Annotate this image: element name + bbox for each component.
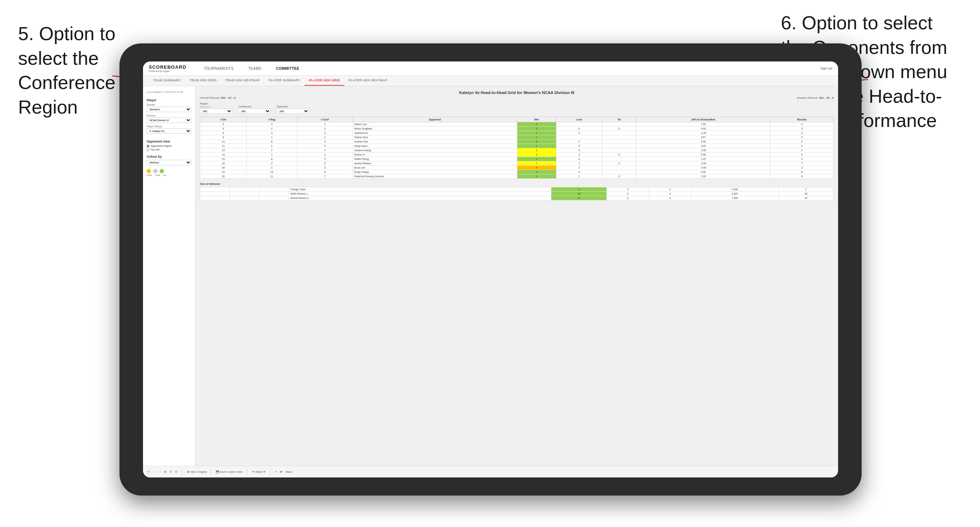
table-row: 10 6 3 Andrea York 2 0 4.00 4: [200, 140, 834, 144]
cell-win: 2: [517, 175, 557, 179]
sidebar-player-title: Player: [146, 98, 191, 102]
ood-cell-conf: [259, 196, 289, 200]
cell-tie: [602, 157, 636, 161]
opponent-view-title: Opponent view: [146, 140, 191, 143]
cell-tie: [602, 131, 636, 135]
ood-cell-div: [200, 196, 230, 200]
toolbar-share[interactable]: Share: [285, 470, 293, 473]
sub-nav-player-h2h-heatmap[interactable]: PLAYER H2H HEATMAP: [344, 76, 391, 86]
toolbar-refresh[interactable]: ↺: [169, 470, 172, 473]
cell-loss: 0: [557, 157, 602, 161]
cell-diff: 1.50: [636, 122, 770, 127]
cell-div: 16: [200, 161, 247, 166]
toolbar-undo[interactable]: ↩: [147, 470, 150, 473]
radio-opponents-played[interactable]: Opponents Played: [146, 145, 191, 148]
grid-title: Katelyn Vo Head-to-Head Grid for Women's…: [200, 90, 834, 95]
cell-reg: 8: [247, 157, 297, 161]
cell-rounds: 11: [770, 170, 834, 175]
player-rank-select[interactable]: 8. Katelyn Vo: [146, 129, 191, 134]
cell-diff: 0.30: [636, 170, 770, 175]
radio-dot-opponents-played: [146, 145, 150, 148]
ood-cell-opponent: NAIA Division 1: [288, 192, 551, 196]
cell-opponent: Federica Domecq Lacroze: [353, 175, 517, 179]
colour-by-select[interactable]: Win/loss: [146, 160, 191, 165]
sign-out-link[interactable]: Sign out: [820, 67, 832, 70]
ood-cell-reg: [229, 196, 259, 200]
sub-nav-team-h2h-heatmap[interactable]: TEAM H2H HEATMAP: [221, 76, 264, 86]
sub-nav-team-summary[interactable]: TEAM SUMMARY: [149, 76, 185, 86]
bottom-toolbar: ↩ ← → ⊕ ↺ ⊙ 🖥 View: Original 💾 Save Cust…: [143, 466, 838, 478]
toolbar-circle[interactable]: ⊙: [175, 470, 177, 473]
nav-committee[interactable]: COMMITTEE: [273, 65, 302, 72]
top-nav: SCOREBOARD Powered by clippd TOURNAMENTS…: [143, 62, 838, 76]
cell-loss: 2: [557, 166, 602, 170]
color-up: [160, 169, 164, 173]
color-label-down: Down: [146, 174, 152, 176]
sub-nav-player-summary[interactable]: PLAYER SUMMARY: [264, 76, 304, 86]
cell-div: 20: [200, 175, 247, 179]
cell-tie: [602, 135, 636, 140]
cell-conf: 6: [297, 161, 353, 166]
cell-rounds: 3: [770, 144, 834, 148]
toolbar-save-custom[interactable]: 💾 Save Custom View: [216, 470, 243, 473]
color-legend-labels: Down Level Up: [146, 174, 191, 176]
cell-win: 0: [517, 166, 557, 170]
toolbar-export[interactable]: ↗: [274, 470, 277, 473]
table-row: 3 3 1 Esther Lee 1 1.50 4: [200, 122, 834, 127]
cell-loss: 2: [557, 152, 602, 157]
main-data-table: # Div # Reg # Conf Opponent Win Loss Tie…: [200, 117, 834, 179]
toolbar-back[interactable]: ←: [153, 470, 156, 473]
cell-rounds: 7: [770, 161, 834, 166]
cell-reg: 3: [247, 122, 297, 127]
out-of-division-table: Foreign Team 1 0 0 4.500 2 NAIA Division…: [200, 187, 834, 200]
conference-select[interactable]: (All): [238, 108, 271, 114]
nav-teams[interactable]: TEAMS: [245, 65, 264, 72]
tablet-device: SCOREBOARD Powered by clippd TOURNAMENTS…: [119, 43, 862, 495]
radio-top100[interactable]: Top 100: [146, 148, 191, 151]
cell-win: 1: [517, 148, 557, 152]
cell-tie: [602, 140, 636, 144]
opponent-filter-label: Opponent: [277, 105, 309, 108]
cell-div: 5: [200, 127, 247, 131]
cell-conf: 5: [297, 144, 353, 148]
ood-table-row: NCAA Division 2 5 0 0 7.400 10: [200, 196, 834, 200]
cell-opponent: Andrea York: [353, 140, 517, 144]
table-row: 5 2 2 Alexis Sudjianto 1 0 0 4.00 3: [200, 127, 834, 131]
ood-cell-win: 15: [551, 192, 606, 196]
gender-select[interactable]: Women's Men's: [146, 107, 191, 112]
toolbar-add[interactable]: ⊕: [164, 470, 167, 473]
cell-loss: 2: [557, 161, 602, 166]
cell-tie: [602, 144, 636, 148]
cell-div: 3: [200, 122, 247, 127]
toolbar-sync[interactable]: ⇄: [280, 470, 282, 473]
division-select[interactable]: NCAA Division III: [146, 117, 191, 123]
opponent-select[interactable]: (All): [277, 108, 309, 114]
cell-div: 18: [200, 166, 247, 170]
opponents-sublabel: Opponents:: [200, 106, 232, 108]
ood-table-row: NAIA Division 1 15 0 0 9.267 30: [200, 192, 834, 196]
sub-nav-player-h2h-grid[interactable]: PLAYER H2H GRID: [304, 76, 344, 86]
cell-conf: 3: [297, 131, 353, 135]
toolbar-watch[interactable]: 👁 Watch ▾: [252, 470, 266, 473]
cell-diff: -5.00: [636, 166, 770, 170]
cell-conf: 6: [297, 170, 353, 175]
cell-diff: 3.67: [636, 135, 770, 140]
cell-loss: [557, 122, 602, 127]
ood-cell-win: 5: [551, 196, 606, 200]
cell-rounds: 3: [770, 127, 834, 131]
toolbar-view-original[interactable]: 🖥 View: Original: [186, 470, 207, 473]
region-opponents-select[interactable]: (All): [200, 108, 232, 114]
ood-cell-rounds: 10: [778, 196, 834, 200]
filter-group-conference: Conference (All): [238, 105, 271, 114]
division-record-value: 331 - 34 - 6: [819, 96, 834, 100]
gender-label: Gender: [146, 103, 191, 106]
toolbar-forward[interactable]: →: [159, 470, 161, 473]
cell-win: 1: [517, 127, 557, 131]
cell-loss: [557, 135, 602, 140]
ood-cell-loss: 0: [606, 187, 649, 192]
sub-nav-team-h2h-grid[interactable]: TEAM H2H GRID: [185, 76, 221, 86]
cell-loss: 0: [557, 127, 602, 131]
overall-record-label: Overall Record: 353 - 34 - 6: [200, 96, 235, 100]
th-tie: Tie: [602, 117, 636, 122]
nav-tournaments[interactable]: TOURNAMENTS: [201, 65, 237, 72]
